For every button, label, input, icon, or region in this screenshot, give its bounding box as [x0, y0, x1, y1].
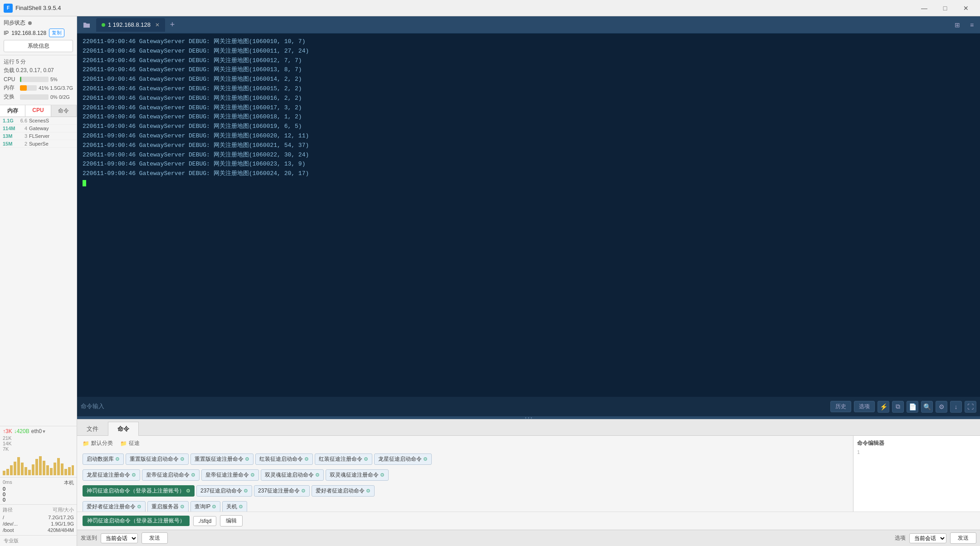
cmd-chip-3[interactable]: 红装征途启动命令 ⚙	[255, 453, 313, 465]
edition-label: 专业版	[4, 538, 19, 543]
latency-zero-3: 0	[3, 497, 5, 502]
right-send-button[interactable]: 发送	[950, 532, 976, 544]
cmd-chip-12[interactable]: 237征途启动命令 ⚙	[196, 485, 252, 497]
net-header: ↑3K ↓420B eth0 ▼	[3, 428, 74, 434]
net-dropdown-icon[interactable]: ▼	[42, 429, 46, 434]
terminal-line: 220611-09:00:46 GatewayServer DEBUG: 网关注…	[83, 160, 975, 169]
sync-label: 同步状态	[4, 19, 25, 27]
gear-icon-1[interactable]: ⚙	[180, 456, 185, 462]
tab-command[interactable]: 命令	[108, 422, 139, 436]
cmd-chip-18[interactable]: 关机 ⚙	[222, 501, 247, 512]
doc-button[interactable]: 📄	[907, 401, 918, 413]
cmd-chip-7[interactable]: 皇帝征途启动命令 ⚙	[142, 469, 200, 481]
right-send-to-select[interactable]: 当前会话	[909, 533, 946, 543]
gear-icon-7[interactable]: ⚙	[191, 472, 195, 478]
copy-ip-button[interactable]: 复制	[49, 29, 64, 37]
svg-rect-14	[54, 463, 56, 475]
edit-button[interactable]: 编辑	[220, 515, 243, 526]
menu-button[interactable]: ≡	[965, 19, 978, 31]
proc-cnt-3: 2	[19, 141, 27, 146]
swap-detail: 0% 0/2G	[50, 94, 73, 100]
gear-icon-8[interactable]: ⚙	[250, 472, 255, 478]
cmd-chip-label-3: 红装征途启动命令	[259, 455, 303, 463]
gear-icon-12[interactable]: ⚙	[244, 488, 248, 494]
proc-tab-cpu[interactable]: CPU	[25, 105, 51, 117]
gear-icon-4[interactable]: ⚙	[364, 456, 368, 462]
search-button[interactable]: 🔍	[921, 401, 933, 413]
settings-button[interactable]: ⚙	[936, 401, 947, 413]
gear-icon-13[interactable]: ⚙	[301, 488, 306, 494]
gear-icon-18[interactable]: ⚙	[239, 504, 243, 510]
cmd-chip-16[interactable]: 重启服务器 ⚙	[147, 501, 189, 512]
terminal-area[interactable]: 220611-09:00:46 GatewayServer DEBUG: 网关注…	[77, 34, 980, 396]
download-button[interactable]: ↓	[950, 401, 962, 413]
gear-icon-10[interactable]: ⚙	[380, 472, 385, 478]
cmd-chip-6[interactable]: 龙星征途注册命令 ⚙	[83, 469, 140, 481]
minimize-button[interactable]: —	[914, 0, 935, 16]
gear-icon-11[interactable]: ⚙	[186, 488, 190, 494]
mem-detail-val: 1.5G/3.7G	[50, 85, 73, 91]
cmd-chip-5[interactable]: 龙星征途启动命令 ⚙	[374, 453, 432, 465]
close-button[interactable]: ✕	[956, 0, 976, 16]
cmd-chip-0[interactable]: 启动数据库 ⚙	[83, 453, 124, 465]
bottom-tabs: 文件 命令	[77, 419, 980, 436]
session-tab[interactable]: 1 192.168.8.128 ✕	[96, 18, 165, 32]
gear-icon-15[interactable]: ⚙	[137, 504, 141, 510]
cmd-chip-13[interactable]: 237征途注册命令 ⚙	[254, 485, 310, 497]
proc-mem-1: 114M	[3, 126, 19, 131]
layout-button[interactable]: ⊞	[951, 19, 964, 31]
command-input[interactable]	[81, 403, 830, 410]
tab-close-icon[interactable]: ✕	[155, 22, 160, 28]
gear-icon-0[interactable]: ⚙	[115, 456, 120, 462]
cmd-chip-2[interactable]: 重置版征途注册命令 ⚙	[190, 453, 254, 465]
cmd-chip-9[interactable]: 双灵魂征途启动命令 ⚙	[261, 469, 324, 481]
lightning-button[interactable]: ⚡	[878, 401, 889, 413]
bottom-send-bar: 发送到 当前会话 发送 选项 当前会话 发送	[77, 530, 980, 546]
proc-name-3: SuperSe	[29, 141, 74, 146]
net-speed-mid: 14K	[3, 441, 12, 446]
svg-rect-12	[46, 465, 49, 475]
cmd-chip-label-2: 重置版征途注册命令	[195, 455, 244, 463]
fullscreen-button[interactable]: ⛶	[965, 401, 976, 413]
options-button[interactable]: 选项	[854, 401, 875, 412]
proc-tab-cmd[interactable]: 命令	[51, 105, 77, 117]
net-section: ↑3K ↓420B eth0 ▼ 21K 14K 7K	[0, 426, 77, 477]
send-to-select[interactable]: 当前会话	[101, 533, 138, 543]
gear-icon-17[interactable]: ⚙	[212, 504, 216, 510]
send-button[interactable]: 发送	[141, 532, 168, 544]
latency-section: 0ms 本机 0 0 0	[0, 477, 77, 504]
cmd-chip-10[interactable]: 双灵魂征途注册命令 ⚙	[326, 469, 389, 481]
net-up: ↑3K	[3, 428, 12, 434]
cmd-chip-4[interactable]: 红装征途注册命令 ⚙	[315, 453, 372, 465]
category-journey-label[interactable]: 征途	[129, 439, 140, 447]
cmd-chip-11[interactable]: 神罚征途启动命令（登录器上注册账号） ⚙	[83, 485, 195, 497]
cmd-chip-14[interactable]: 爱好者征途启动命令 ⚙	[312, 485, 375, 497]
gear-icon-6[interactable]: ⚙	[132, 472, 136, 478]
gear-icon-9[interactable]: ⚙	[315, 472, 320, 478]
selected-cmd-chip[interactable]: 神罚征途启动命令（登录器上注册账号）	[83, 516, 190, 526]
gear-icon-16[interactable]: ⚙	[180, 504, 185, 510]
cmd-chip-8[interactable]: 皇帝征途注册命令 ⚙	[201, 469, 259, 481]
disk-avail-2: 420M/484M	[23, 527, 74, 533]
proc-tab-mem[interactable]: 内存	[0, 105, 25, 117]
folder-button[interactable]	[79, 18, 94, 32]
cmd-chip-15[interactable]: 爱好者征途注册命令 ⚙	[83, 501, 146, 512]
proc-cnt-1: 4	[19, 126, 27, 131]
terminal-line: 220611-09:00:46 GatewayServer DEBUG: 网关注…	[83, 47, 975, 56]
tab-file[interactable]: 文件	[77, 422, 108, 436]
cmd-chip-1[interactable]: 重置版征途启动命令 ⚙	[126, 453, 189, 465]
new-tab-button[interactable]: +	[166, 19, 179, 31]
gear-icon-2[interactable]: ⚙	[245, 456, 249, 462]
gear-icon-14[interactable]: ⚙	[366, 488, 371, 494]
gear-icon-5[interactable]: ⚙	[423, 456, 428, 462]
category-default-label[interactable]: 默认分类	[91, 439, 113, 447]
sys-info-button[interactable]: 系统信息	[4, 40, 73, 52]
swap-percent: 0%	[50, 94, 58, 100]
gear-icon-3[interactable]: ⚙	[304, 456, 309, 462]
cmd-chip-17[interactable]: 查询IP ⚙	[190, 501, 220, 512]
maximize-button[interactable]: □	[935, 0, 956, 16]
cmd-list-content: 📁 默认分类 📁 征途 启动数据库	[77, 436, 853, 512]
history-button[interactable]: 历史	[830, 401, 851, 412]
copy-terminal-button[interactable]: ⧉	[892, 401, 904, 413]
mem-percent: 41%	[39, 85, 49, 91]
